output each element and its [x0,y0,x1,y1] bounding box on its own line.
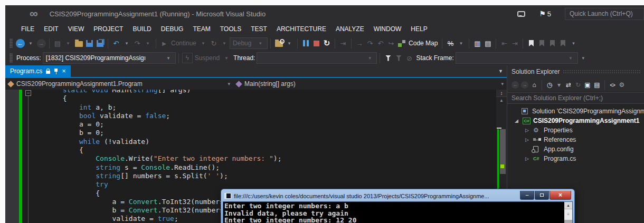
sync-with-active-document-icon[interactable]: ↻ [574,79,582,91]
continue-icon[interactable]: ▶ [159,37,169,50]
console-title-bar[interactable]: file:///c:/users/kevin coles/documents/v… [223,190,573,201]
call-hierarchy-button[interactable]: ▤ [483,37,493,50]
suspend-dropdown[interactable]: ▾ [222,52,231,64]
notifications-button[interactable]: ⚑ 5 [539,9,551,18]
code-map-button[interactable]: Code Map [409,40,438,47]
tree-item-references[interactable]: ▷References [507,135,644,144]
console-scrollbar-thumb[interactable]: ≡ [564,209,572,220]
new-item-button[interactable]: ▤ [53,37,62,50]
step-out-button[interactable]: ↶ [376,37,385,50]
split-window-handle[interactable]: ↕ [496,90,507,97]
tree-collapsed-icon[interactable]: ▷ [525,137,533,142]
menu-tools[interactable]: TOOLS [215,23,246,35]
tree-collapsed-icon[interactable]: ▷ [525,156,533,161]
restart-app-button[interactable]: ↻ [322,37,332,50]
solution-explorer-header[interactable]: Solution Explorer [507,65,644,78]
navigate-backward-button[interactable]: ← [16,39,25,48]
menu-help[interactable]: HELP [406,23,432,35]
clear-bookmarks-icon[interactable] [561,40,565,46]
tree-item-app-config[interactable]: App.config [507,144,644,154]
solution-search-input[interactable]: Search Solution Explorer (Ctrl+;) [507,92,644,104]
tab-program-cs[interactable]: Program.cs × [5,65,71,77]
menu-project[interactable]: PROJECT [89,23,128,35]
navigate-forward-button[interactable]: → [37,39,46,48]
indent-decrease-button[interactable]: ⇤ [499,37,509,50]
collapse-all-icon[interactable]: ▣ [583,79,592,91]
navigate-backward-dropdown[interactable]: ▾ [26,37,35,50]
find-in-files-icon[interactable] [275,41,283,47]
next-bookmark-icon[interactable] [550,40,555,46]
show-next-statement-button[interactable]: ⇥ [338,37,348,50]
suspend-button[interactable]: Suspend [195,54,220,62]
console-output[interactable]: Enter two integer numbers: a b Invalid d… [223,201,573,223]
maximize-button[interactable] [535,191,549,200]
properties-icon[interactable]: ⚙ [618,79,626,91]
debug-bar-overflow-chevron[interactable]: ▾ [579,52,588,64]
suspend-filter-icon[interactable]: ⊘ [404,52,414,64]
process-combo[interactable]: [1832] CSIS209ProgrammingAssigı ▾ [43,52,176,64]
redo-dropdown[interactable]: ▾ [143,37,153,50]
home-icon[interactable]: ⌂ [530,79,538,91]
stop-debugging-icon[interactable] [314,41,319,46]
filter-dropdown[interactable]: ▾ [555,79,563,91]
breakpoint-margin[interactable] [5,90,19,223]
flagged-threads-icon[interactable] [396,55,402,61]
step-into-button[interactable]: → [355,37,364,50]
se-forward-button[interactable]: → [521,81,528,89]
menu-build[interactable]: BUILD [128,23,156,35]
line-annotation-button[interactable]: ▥ [472,37,482,50]
stack-frame-combo[interactable]: ▾ [456,52,578,64]
toggle-bookmark-icon[interactable] [529,40,534,46]
break-all-icon[interactable] [303,40,309,46]
refresh-icon[interactable]: ⇄ [564,79,573,91]
menu-debug[interactable]: DEBUG [156,23,188,35]
tree-item-solution-csis209programmingass[interactable]: Solution 'CSIS209ProgrammingAssignmen [507,106,644,116]
pending-changes-filter-icon[interactable]: ◷ [545,79,554,91]
tree-expanded-icon[interactable]: ◢ [515,118,523,123]
tree-item-program-cs[interactable]: ▷C#Program.cs [507,154,644,163]
type-dropdown[interactable]: CSIS209ProgrammingAssignment1.Program ▾ [5,78,233,90]
save-icon[interactable] [86,40,93,47]
save-all-icon[interactable] [97,40,103,47]
preview-selected-icon[interactable]: ▤ [593,79,601,91]
console-window[interactable]: file:///c:/users/kevin coles/documents/v… [221,189,575,223]
console-scrollbar[interactable]: ▲ ≡ [564,202,572,223]
new-item-dropdown[interactable]: ▾ [63,37,73,50]
tree-collapsed-icon[interactable]: ▷ [525,128,533,133]
show-threads-button[interactable]: % [446,37,455,50]
previous-bookmark-icon[interactable] [539,40,544,46]
menu-analyze[interactable]: ANALYZE [331,23,369,35]
menu-test[interactable]: TEST [246,23,272,35]
collapse-region-button[interactable]: – [25,90,31,96]
threads-dropdown[interactable]: ▾ [456,37,466,50]
close-icon[interactable]: × [62,69,66,74]
scroll-up-icon[interactable]: ▲ [496,97,507,104]
step-over-button[interactable]: ↷ [365,37,375,50]
tree-item-csis209programmingassignment1[interactable]: ◢C#CSIS209ProgrammingAssignment1 [507,116,644,125]
minimize-button[interactable]: – [520,191,534,200]
undo-button[interactable]: ↶ [111,37,121,50]
menu-architecture[interactable]: ARCHITECTURE [272,23,331,35]
feedback-icon[interactable] [517,11,525,17]
open-file-icon[interactable] [75,41,83,47]
find-dropdown[interactable]: ▾ [285,37,294,50]
redo-button[interactable]: ↷ [132,37,142,50]
view-code-icon[interactable]: <> [608,79,617,91]
toolbar-grip[interactable] [10,38,13,48]
toolbar-overflow-chevron[interactable]: ▾ [569,37,578,50]
restart-dropdown[interactable]: ▾ [220,37,229,50]
document-list-dropdown[interactable]: ▼ [498,69,503,74]
quick-launch-input[interactable]: Quick Launch (Ctrl+Q) [565,8,644,20]
indent-increase-button[interactable]: ⇥ [510,37,519,50]
se-back-button[interactable]: ← [512,81,519,89]
menu-edit[interactable]: EDIT [39,23,63,35]
filter-threads-icon[interactable] [385,55,391,61]
run-to-cursor-button[interactable]: ↪ [386,37,396,50]
tree-item-properties[interactable]: ▷⚙Properties [507,125,644,135]
continue-dropdown[interactable]: ▾ [198,37,208,50]
menu-file[interactable]: FILE [16,23,39,35]
menu-view[interactable]: VIEW [63,23,89,35]
member-dropdown[interactable]: Main(string[] args) ▾ [233,78,507,90]
menu-team[interactable]: TEAM [188,23,215,35]
restart-debug-button[interactable]: ↻ [209,37,219,50]
